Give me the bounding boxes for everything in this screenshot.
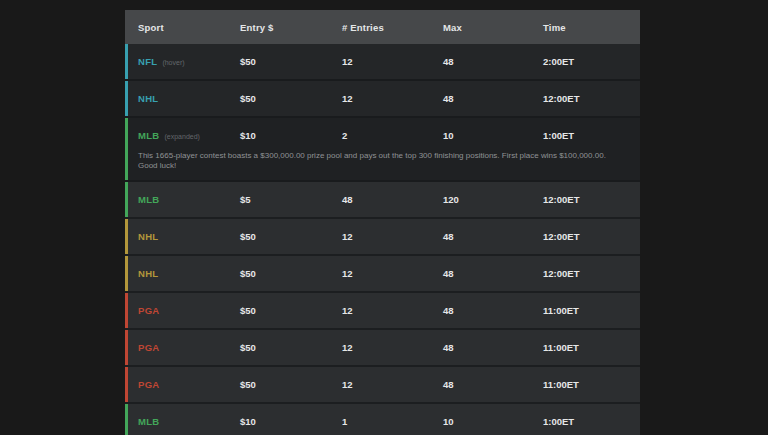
entry-fee: $5 <box>240 194 342 205</box>
contest-row[interactable]: MLB(expanded)$102101:00ETThis 1665-playe… <box>125 118 640 182</box>
entry-fee: $10 <box>240 130 342 141</box>
start-time: 11:00ET <box>543 305 640 316</box>
contest-row[interactable]: MLB$54812012:00ET <box>125 182 640 219</box>
entry-fee: $50 <box>240 231 342 242</box>
sport-color-strip <box>125 367 128 402</box>
entry-count: 12 <box>342 56 443 67</box>
contest-table: SportEntry $# EntriesMaxTime NFL(hover)$… <box>125 10 640 435</box>
entry-fee: $50 <box>240 56 342 67</box>
entry-count: 1 <box>342 416 443 427</box>
max-entries: 48 <box>443 56 543 67</box>
sport-color-strip <box>125 44 128 79</box>
sport-color-strip <box>125 219 128 254</box>
contest-row[interactable]: PGA$50124811:00ET <box>125 293 640 330</box>
entry-fee: $50 <box>240 342 342 353</box>
start-time: 11:00ET <box>543 342 640 353</box>
contest-row[interactable]: PGA$50124811:00ET <box>125 330 640 367</box>
start-time: 1:00ET <box>543 416 640 427</box>
max-entries: 120 <box>443 194 543 205</box>
sport-label: MLB <box>138 416 159 427</box>
entry-fee: $50 <box>240 268 342 279</box>
sport-color-strip <box>125 81 128 116</box>
entry-fee: $50 <box>240 305 342 316</box>
entry-count: 12 <box>342 379 443 390</box>
start-time: 12:00ET <box>543 194 640 205</box>
contest-row[interactable]: NHL$50124812:00ET <box>125 219 640 256</box>
sport-label: PGA <box>138 379 160 390</box>
sport-label: MLB <box>138 194 159 205</box>
max-entries: 10 <box>443 130 543 141</box>
start-time: 1:00ET <box>543 130 640 141</box>
sport-color-strip <box>125 330 128 365</box>
column-header-max[interactable]: Max <box>443 22 543 33</box>
sport-label: NHL <box>138 268 158 279</box>
contest-row[interactable]: MLB$101101:00ET <box>125 404 640 435</box>
contest-detail-text: This 1665-player contest boasts a $300,0… <box>125 151 640 180</box>
max-entries: 48 <box>443 93 543 104</box>
entry-count: 12 <box>342 231 443 242</box>
entry-fee: $50 <box>240 93 342 104</box>
start-time: 12:00ET <box>543 268 640 279</box>
sport-label: NHL <box>138 231 158 242</box>
column-header-entry[interactable]: Entry $ <box>240 22 342 33</box>
sport-label: NHL <box>138 93 158 104</box>
table-body: NFL(hover)$5012482:00ETNHL$50124812:00ET… <box>125 44 640 435</box>
contest-row[interactable]: PGA$50124811:00ET <box>125 367 640 404</box>
column-header-time[interactable]: Time <box>543 22 640 33</box>
row-state-note: (hover) <box>162 59 184 66</box>
start-time: 11:00ET <box>543 379 640 390</box>
sport-label: NFL <box>138 56 157 67</box>
sport-color-strip <box>125 404 128 435</box>
max-entries: 48 <box>443 305 543 316</box>
contest-row[interactable]: NHL$50124812:00ET <box>125 81 640 118</box>
start-time: 2:00ET <box>543 56 640 67</box>
max-entries: 48 <box>443 268 543 279</box>
contest-row[interactable]: NFL(hover)$5012482:00ET <box>125 44 640 81</box>
start-time: 12:00ET <box>543 93 640 104</box>
sport-label: PGA <box>138 342 160 353</box>
max-entries: 48 <box>443 342 543 353</box>
entry-fee: $50 <box>240 379 342 390</box>
sport-color-strip <box>125 182 128 217</box>
max-entries: 10 <box>443 416 543 427</box>
row-state-note: (expanded) <box>164 133 199 140</box>
table-header-row: SportEntry $# EntriesMaxTime <box>125 10 640 44</box>
column-header-entries[interactable]: # Entries <box>342 22 443 33</box>
start-time: 12:00ET <box>543 231 640 242</box>
entry-fee: $10 <box>240 416 342 427</box>
entry-count: 2 <box>342 130 443 141</box>
entry-count: 48 <box>342 194 443 205</box>
sport-color-strip <box>125 118 128 180</box>
sport-label: PGA <box>138 305 160 316</box>
contest-row[interactable]: NHL$50124812:00ET <box>125 256 640 293</box>
sport-color-strip <box>125 293 128 328</box>
entry-count: 12 <box>342 342 443 353</box>
entry-count: 12 <box>342 305 443 316</box>
max-entries: 48 <box>443 379 543 390</box>
entry-count: 12 <box>342 93 443 104</box>
max-entries: 48 <box>443 231 543 242</box>
sport-color-strip <box>125 256 128 291</box>
entry-count: 12 <box>342 268 443 279</box>
sport-label: MLB <box>138 130 159 141</box>
column-header-sport[interactable]: Sport <box>125 22 240 33</box>
